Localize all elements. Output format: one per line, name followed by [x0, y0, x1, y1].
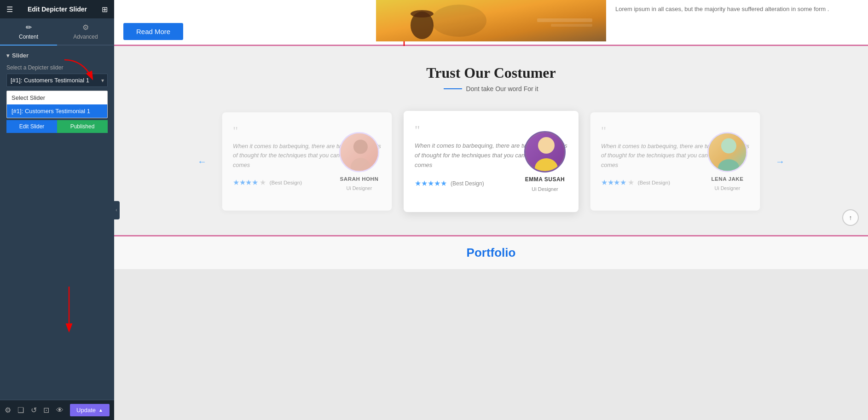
svg-point-8	[411, 10, 434, 17]
slider-dropdown: Select Slider [#1]: Customers Testimonia…	[6, 91, 108, 118]
panel-tabs: ✏ Content ⚙ Advanced	[0, 18, 114, 46]
subtitle-line	[444, 88, 462, 89]
portfolio-section: Portfolio	[114, 236, 868, 269]
top-section: Read More	[114, 0, 868, 46]
grid-icon[interactable]: ⊞	[102, 5, 108, 14]
svg-point-15	[538, 137, 555, 154]
gear-icon: ⚙	[82, 23, 89, 32]
avatar-container-1: EMMA SUSAH Ui Designer	[524, 131, 566, 192]
panel-content: Slider Select a Depicter slider [#1]: Cu…	[0, 46, 114, 400]
avatar-container-2: LENA JAKE Ui Designer	[707, 132, 747, 191]
testimonial-card-1: " When it comes to barbequing, there are…	[404, 111, 579, 212]
layers-icon[interactable]: ❑	[17, 406, 24, 414]
read-more-button[interactable]: Read More	[123, 23, 183, 40]
tab-advanced-label: Advanced	[73, 34, 98, 40]
slider-select[interactable]: [#1]: Customers Testimonial 1	[6, 74, 108, 87]
testimonial-cards: ← " When it comes to barbequing, there a…	[123, 111, 859, 212]
rating-label-2: (Best Design)	[638, 180, 671, 186]
next-arrow[interactable]: →	[772, 153, 788, 171]
eye-icon[interactable]: 👁	[56, 406, 64, 414]
hero-image	[376, 0, 606, 41]
tab-advanced[interactable]: ⚙ Advanced	[57, 18, 114, 45]
collapse-handle[interactable]: ‹	[113, 201, 120, 219]
top-left: Read More	[114, 0, 376, 45]
slider-actions: Edit Slider Published	[6, 120, 108, 133]
tab-content[interactable]: ✏ Content	[0, 18, 57, 46]
panel-header: ☰ Edit Depicter Slider ⊞	[0, 0, 114, 18]
avatar-name-0: SARAH HOHN	[340, 176, 379, 182]
svg-rect-6	[551, 24, 592, 27]
avatar-name-2: LENA JAKE	[712, 176, 744, 182]
avatar-role-0: Ui Designer	[347, 185, 372, 191]
testimonial-title: Trust Our Costumer	[123, 64, 859, 81]
bottom-bar: ⚙ ❑ ↺ ⊡ 👁 Update ▲	[0, 400, 114, 420]
field-label: Select a Depicter slider	[6, 64, 108, 71]
svg-point-4	[431, 5, 486, 37]
svg-rect-5	[537, 18, 592, 22]
top-right-text: Lorem ipsum in all cases, but the majori…	[606, 0, 868, 45]
testimonial-subtitle: Dont take Our word For it	[123, 85, 859, 92]
svg-point-18	[721, 138, 736, 154]
rating-label-0: (Best Design)	[270, 180, 302, 186]
refresh-icon[interactable]: ↺	[31, 406, 37, 414]
testimonial-card-0: " When it comes to barbequing, there are…	[222, 112, 392, 210]
published-button[interactable]: Published	[57, 120, 108, 133]
scroll-up-button[interactable]: ↑	[842, 209, 859, 226]
main-content: Read More	[114, 0, 868, 420]
avatar-2	[707, 132, 747, 172]
dropdown-item-1[interactable]: [#1]: Customers Testimonial 1	[7, 104, 107, 118]
rating-label-1: (Best Design)	[451, 180, 484, 187]
responsive-icon[interactable]: ⊡	[43, 406, 49, 414]
slider-section-header: Slider	[6, 52, 108, 59]
svg-point-12	[353, 139, 368, 154]
hamburger-icon[interactable]: ☰	[6, 5, 13, 14]
avatar-container-0: SARAH HOHN Ui Designer	[339, 132, 379, 191]
testimonial-section: Trust Our Costumer Dont take Our word Fo…	[114, 46, 868, 236]
scroll-up-icon: ↑	[849, 214, 852, 221]
avatar-role-1: Ui Designer	[532, 186, 558, 192]
avatar-1	[524, 131, 566, 173]
update-label: Update	[76, 407, 96, 414]
dropdown-item-0[interactable]: Select Slider	[7, 91, 107, 104]
portfolio-title: Portfolio	[123, 246, 859, 260]
pencil-icon: ✏	[26, 23, 32, 32]
avatar-role-2: Ui Designer	[715, 185, 741, 191]
panel-title: Edit Depicter Slider	[28, 6, 87, 13]
update-button[interactable]: Update ▲	[70, 404, 110, 416]
prev-arrow[interactable]: ←	[194, 153, 210, 171]
avatar-name-1: EMMA SUSAH	[525, 176, 565, 183]
chevron-up-icon: ▲	[98, 408, 103, 413]
settings-icon[interactable]: ⚙	[5, 406, 11, 414]
select-wrapper: [#1]: Customers Testimonial 1 ▾	[6, 74, 108, 87]
left-panel: ☰ Edit Depicter Slider ⊞ ✏ Content ⚙ Adv…	[0, 0, 114, 420]
testimonial-card-2: " When it comes to barbequing, there are…	[590, 112, 760, 210]
tab-content-label: Content	[19, 34, 38, 40]
edit-slider-button[interactable]: Edit Slider	[6, 120, 57, 133]
avatar-0	[339, 132, 379, 172]
